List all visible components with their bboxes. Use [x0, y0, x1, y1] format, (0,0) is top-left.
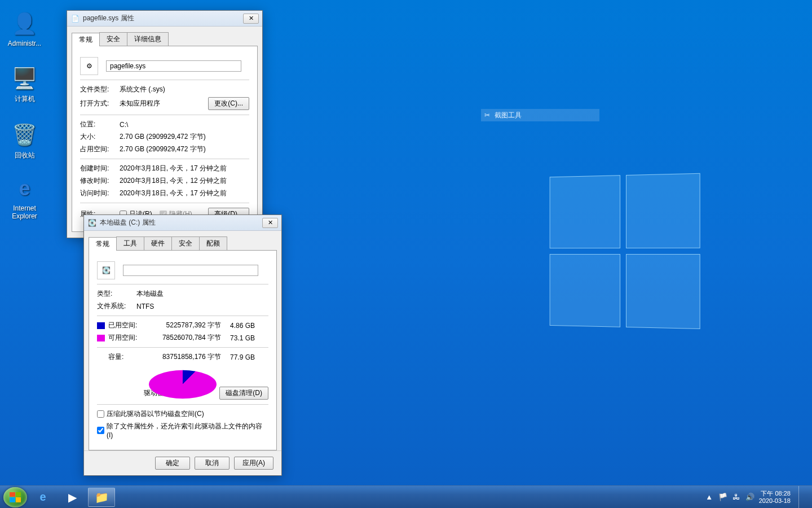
tab-security[interactable]: 安全 — [99, 32, 127, 46]
change-button[interactable]: 更改(C)... — [208, 97, 249, 110]
property-tabs: 常规 安全 详细信息 — [67, 32, 262, 46]
file-icon: 📄 — [70, 14, 80, 23]
icon-label: 计算机 — [3, 94, 46, 104]
value-created: 2020年3月18日, 今天，17 分钟之前 — [120, 164, 249, 173]
value-size: 2.70 GB (2909929,472 字节) — [120, 132, 249, 142]
disk-cleanup-button[interactable]: 磁盘清理(D) — [219, 387, 268, 400]
label-size-on-disk: 占用空间: — [80, 144, 120, 154]
value-used-bytes: 5225787,392 字节 — [142, 321, 221, 330]
value-used-human: 4.86 GB — [221, 322, 255, 330]
compress-label: 压缩此驱动器以节约磁盘空间(C) — [107, 409, 204, 419]
clock-time: 下午 08:28 — [759, 490, 791, 497]
drive-c-properties-dialog: 💽 本地磁盘 (C:) 属性 ✕ 常规 工具 硬件 安全 配额 💽 类型:本地磁… — [83, 214, 282, 476]
value-free-human: 73.1 GB — [221, 334, 255, 342]
dialog-title: pagefile.sys 属性 — [83, 14, 243, 23]
compress-checkbox[interactable] — [97, 410, 104, 418]
value-openwith: 未知应用程序 — [120, 99, 208, 108]
titlebar[interactable]: 📄 pagefile.sys 属性 ✕ — [67, 11, 262, 27]
label-modified: 修改时间: — [80, 176, 120, 186]
drive-icon: 💽 — [87, 218, 96, 227]
value-filetype: 系统文件 (.sys) — [120, 85, 249, 94]
value-location: C:\ — [120, 121, 249, 129]
tray-network-icon[interactable]: 🖧 — [732, 493, 741, 502]
label-created: 创建时间: — [80, 164, 120, 173]
ok-button[interactable]: 确定 — [155, 457, 190, 470]
tab-security[interactable]: 安全 — [171, 237, 200, 250]
pagefile-properties-dialog: 📄 pagefile.sys 属性 ✕ 常规 安全 详细信息 ⚙ 文件类型:系统… — [67, 10, 263, 238]
icon-label: Internet — [3, 204, 46, 212]
free-swatch — [97, 335, 105, 341]
value-filesystem: NTFS — [136, 303, 268, 310]
value-type: 本地磁盘 — [136, 289, 268, 299]
label-capacity: 容量: — [108, 352, 142, 362]
tab-details[interactable]: 详细信息 — [127, 32, 169, 46]
tray-flag-icon[interactable]: 🏳️ — [718, 493, 727, 502]
index-checkbox[interactable] — [97, 427, 104, 434]
taskbar-clock[interactable]: 下午 08:28 2020-03-18 — [759, 490, 791, 505]
disk-usage-pie — [143, 351, 222, 384]
taskbar-media-player[interactable]: ▶ — [59, 488, 86, 507]
apply-button[interactable]: 应用(A) — [234, 457, 273, 470]
label-accessed: 访问时间: — [80, 189, 120, 198]
tab-quota[interactable]: 配额 — [199, 237, 227, 250]
label-used: 已用空间: — [108, 321, 142, 330]
clock-date: 2020-03-18 — [759, 497, 791, 505]
ie-icon: e — [11, 175, 38, 202]
property-tabs: 常规 工具 硬件 安全 配额 — [84, 237, 281, 250]
show-desktop-button[interactable] — [798, 486, 804, 509]
label-size: 大小: — [80, 132, 120, 142]
index-label: 除了文件属性外，还允许索引此驱动器上文件的内容(I) — [107, 422, 268, 439]
volume-name-input[interactable] — [123, 265, 258, 276]
tray-volume-icon[interactable]: 🔊 — [745, 493, 754, 502]
filename-input[interactable] — [106, 60, 241, 72]
drive-type-icon: 💽 — [97, 261, 115, 279]
computer-icon: 🖥️ — [11, 65, 38, 92]
value-accessed: 2020年3月18日, 今天，17 分钟之前 — [120, 189, 249, 198]
dialog-title: 本地磁盘 (C:) 属性 — [100, 218, 262, 227]
start-button[interactable] — [3, 487, 27, 507]
value-capacity-human: 77.9 GB — [221, 353, 255, 361]
titlebar[interactable]: 💽 本地磁盘 (C:) 属性 ✕ — [84, 215, 281, 231]
desktop-icon-internet-explorer[interactable]: e Internet Explorer — [3, 175, 46, 220]
taskbar-ie[interactable]: e — [29, 488, 56, 507]
tray-chevron-icon[interactable]: ▲ — [705, 493, 714, 502]
label-openwith: 打开方式: — [80, 99, 120, 108]
tab-general[interactable]: 常规 — [72, 33, 100, 46]
value-modified: 2020年3月18日, 今天，12 分钟之前 — [120, 176, 249, 186]
value-size-on-disk: 2.70 GB (2909929,472 字节) — [120, 144, 249, 154]
file-type-icon: ⚙ — [80, 57, 98, 75]
close-button[interactable]: ✕ — [262, 218, 278, 228]
cancel-button[interactable]: 取消 — [195, 457, 230, 470]
system-tray: ▲ 🏳️ 🖧 🔊 下午 08:28 2020-03-18 — [705, 486, 809, 509]
icon-label: 回收站 — [3, 151, 46, 160]
desktop-icon-recycle-bin[interactable]: 🗑️ 回收站 — [3, 121, 46, 160]
label-filetype: 文件类型: — [80, 85, 120, 94]
recycle-icon: 🗑️ — [11, 121, 38, 148]
icon-label: Explorer — [3, 212, 46, 220]
windows-logo — [550, 173, 706, 335]
snipping-tool-overlay: 截图工具 — [481, 109, 599, 121]
windows-flag-icon — [10, 492, 21, 502]
taskbar: e ▶ 📁 ▲ 🏳️ 🖧 🔊 下午 08:28 2020-03-18 — [0, 485, 812, 508]
label-type: 类型: — [97, 289, 136, 299]
taskbar-explorer[interactable]: 📁 — [88, 488, 115, 507]
used-swatch — [97, 322, 105, 329]
tab-tools[interactable]: 工具 — [116, 237, 144, 250]
desktop-icon-administrator[interactable]: 👤 Administr... — [3, 10, 46, 47]
icon-label: Administr... — [3, 40, 46, 47]
value-free-bytes: 78526070,784 字节 — [142, 333, 221, 343]
label-location: 位置: — [80, 120, 120, 129]
tab-general[interactable]: 常规 — [89, 237, 117, 251]
label-free: 可用空间: — [108, 333, 142, 343]
close-button[interactable]: ✕ — [243, 14, 259, 24]
tab-hardware[interactable]: 硬件 — [144, 237, 172, 250]
label-filesystem: 文件系统: — [97, 301, 136, 311]
desktop-icon-computer[interactable]: 🖥️ 计算机 — [3, 65, 46, 104]
user-icon: 👤 — [11, 10, 38, 37]
